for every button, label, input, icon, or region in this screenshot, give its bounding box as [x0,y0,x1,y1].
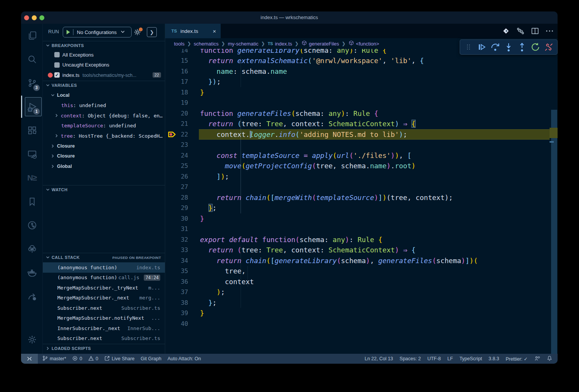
breakpoint-row[interactable]: All Exceptions [43,50,165,60]
activity-settings-gear-icon[interactable] [21,328,43,351]
breakpoint-checkbox[interactable] [54,52,60,57]
code-line-20[interactable]: 20function generateFiles(schema: any): R… [165,108,550,119]
status-item-warning-triangle[interactable]: 0 [88,356,98,362]
code-line-32[interactable]: 32export default function(schema: any): … [165,234,550,245]
variables-section-header[interactable]: VARIABLES [43,81,165,89]
status-item[interactable]: TypeScript [459,356,482,361]
gutter[interactable]: 14 [165,49,199,55]
gutter[interactable]: 28 [165,192,199,203]
line-number[interactable]: 16 [165,68,188,75]
call-stack-section-header[interactable]: CALL STACK PAUSED ON BREAKPOINT [43,253,165,262]
variable-row[interactable]: context: Object {debug: false, en… [43,111,165,121]
activity-bookmarks-icon[interactable] [21,190,43,213]
more-actions-icon[interactable] [545,26,555,36]
gutter[interactable]: 27 [165,182,199,192]
activity-run-debug-icon[interactable]: 1 [21,95,43,119]
line-number[interactable]: 22 [165,131,188,138]
gutter[interactable]: 25 [165,161,199,171]
call-stack-frame[interactable]: (anonymous function)index.ts [43,262,165,273]
line-number[interactable]: 36 [165,278,188,285]
code-line-35[interactable]: 35 tree, [165,266,550,277]
status-item[interactable]: Prettier: ✓ [506,356,528,362]
gutter[interactable]: 20 [165,108,199,119]
activity-nx-console-icon[interactable]: N≥ [21,166,43,190]
line-number[interactable]: 32 [165,236,188,243]
drag-handle-icon[interactable] [462,40,475,54]
call-stack-frame[interactable]: (anonymous function)call.js74:24 [43,273,165,283]
call-stack-frame[interactable]: Subscriber.nextSubscriber.ts [43,303,165,313]
gutter[interactable]: 34 [165,255,199,266]
activity-search-icon[interactable] [21,47,43,71]
line-number[interactable]: 29 [165,204,188,211]
activity-git-history-icon[interactable] [21,213,43,237]
launch-config-dropdown[interactable]: No Configurations [63,27,132,37]
code-line-40[interactable]: 40 [165,319,550,329]
line-number[interactable]: 18 [165,89,188,96]
code-line-21[interactable]: 21 return (tree: Tree, context: Schemati… [165,119,550,129]
scrollbar-slider[interactable] [551,110,557,354]
code-line-16[interactable]: 16 name: schema.name [165,66,550,77]
code-line-17[interactable]: 17 }); [165,76,550,87]
variable-row[interactable]: this: undefined [43,101,165,111]
status-item[interactable]: Ln 22, Col 13 [364,356,393,361]
line-number[interactable]: 17 [165,78,188,85]
activity-remote-explorer-icon[interactable] [21,142,43,166]
disconnect-icon[interactable] [542,40,555,54]
gutter[interactable]: 21 [165,119,199,129]
status-item[interactable]: Git Graph [141,356,161,361]
gutter[interactable]: 30 [165,213,199,224]
gutter[interactable]: 15 [165,55,199,66]
line-number[interactable]: 37 [165,288,188,296]
line-number[interactable]: 33 [165,246,188,254]
gutter[interactable]: 36 [165,277,199,287]
gutter[interactable]: 19 [165,98,199,108]
loaded-scripts-section-header[interactable]: LOADED SCRIPTS [43,344,165,353]
status-item[interactable]: UTF-8 [427,356,441,361]
variable-scope-row[interactable]: Global [43,161,165,172]
code-line-28[interactable]: 28 return chain([mergeWith(templateSourc… [165,192,550,203]
gutter[interactable]: 23 [165,140,199,150]
gutter[interactable]: 33 [165,245,199,255]
line-number[interactable]: 30 [165,215,188,222]
line-number[interactable]: 21 [165,120,188,127]
breadcrumb-item[interactable]: schematics [194,41,219,47]
breadcrumb-item[interactable]: TSindex.ts [268,41,292,47]
code-line-33[interactable]: 33 return (tree: Tree, context: Schemati… [165,245,550,255]
gutter[interactable]: 22 [165,129,199,140]
call-stack-frame[interactable]: Subscriber.nextSubscriber.ts [43,333,165,344]
status-item[interactable]: Auto Attach: On [168,356,201,361]
variable-scope-row[interactable]: Local [43,90,165,101]
gutter[interactable]: 39 [165,308,199,319]
status-item-bell[interactable] [547,355,552,362]
step-over-icon[interactable] [488,40,502,54]
status-item[interactable]: Spaces: 2 [400,356,421,361]
code-line-19[interactable]: 19 [165,98,550,108]
status-item[interactable]: 3.8.3 [488,356,499,361]
prettier-diamond-icon[interactable] [501,26,511,36]
code-line-36[interactable]: 36 context [165,277,550,287]
activity-share-icon[interactable] [21,285,43,308]
call-stack-frame[interactable]: MergeMapSubscriber._tryNextm... [43,283,165,293]
gutter[interactable]: 26 [165,171,199,182]
gutter[interactable]: 24 [165,150,199,161]
overview-ruler[interactable] [550,38,558,354]
code-line-25[interactable]: 25 move(getProjectConfig(tree, schema.na… [165,161,550,171]
gutter[interactable]: 17 [165,76,199,87]
gutter[interactable]: 18 [165,87,199,98]
line-number[interactable]: 20 [165,110,188,117]
breadcrumb-item[interactable]: my-schematic [228,41,259,47]
line-number[interactable]: 26 [165,173,188,180]
line-number[interactable]: 14 [165,49,188,54]
code-line-31[interactable]: 31 [165,224,550,234]
variable-scope-row[interactable]: Closure [43,141,165,151]
code-line-34[interactable]: 34 return chain([generateLibrary(schema)… [165,255,550,266]
breadcrumb-item[interactable]: tools [174,41,184,47]
breakpoint-row[interactable]: Uncaught Exceptions [43,60,165,70]
code-line-27[interactable]: 27 [165,182,550,192]
gutter[interactable]: 35 [165,266,199,277]
code-line-37[interactable]: 37 ); [165,287,550,298]
restart-icon[interactable] [529,40,542,54]
split-editor-icon[interactable] [530,26,540,36]
call-stack-frame[interactable]: MergeMapSubscriber._nextmerg... [43,293,165,303]
breakpoint-row[interactable]: ✓index.tstools/schematics/my-sch...22 [43,70,165,80]
